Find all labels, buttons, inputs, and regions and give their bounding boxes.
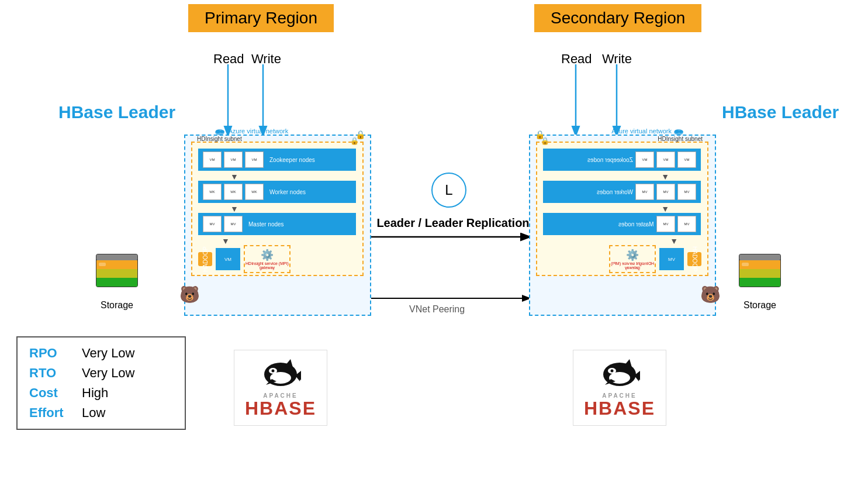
hadoop-bear-left: 🐻 [179,285,200,304]
hbase-logo-left: APACHE HBASE [234,350,327,426]
secondary-hdinsight-lock-icon: 🔒 [541,137,549,145]
zk-node-1: VM [203,151,222,168]
s-down-arrow-2: ▼ [661,204,669,213]
read-label-right: Read [561,51,592,67]
svg-rect-17 [99,263,106,266]
hadoop-icon: HADOOP [198,252,212,266]
secondary-zk-label: Zookeeper nodes [587,157,633,163]
secondary-vnet-label: Azure virtual network [611,128,686,136]
s-ms-node-2: MV [656,216,675,232]
s-edge-node-label: MV [668,257,675,262]
hbase-text-left: HBASE [245,399,316,418]
storage-label-right: Storage [734,300,786,311]
secondary-master-row: MV MV Master nodes [543,213,701,235]
svg-rect-13 [96,254,137,260]
edge-area: HADOOP VM ⚙️ HDInsight service (MPI) gat… [198,245,291,273]
svg-point-7 [216,130,220,133]
s-down-arrow-3: ▼ [670,236,678,246]
s-ms-node-1: MV [677,216,696,232]
primary-hdinsight-box: HDInsight subnet 🔒 VM VM VM Zookeeper no… [191,142,364,276]
secondary-zookeeper-row: VM VM VM Zookeeper nodes [543,149,701,171]
s-edge-node: MV [659,248,684,270]
svg-rect-21 [739,269,780,278]
svg-point-31 [610,370,613,373]
s-wk-node-3: MV [635,184,654,200]
secondary-worker-row: MV MV MV Worker nodes [543,181,701,203]
wk-node-1: WK [203,184,222,200]
svg-rect-16 [96,278,137,287]
rpo-key: RPO [29,346,70,361]
primary-vnet-label: Azure virtual network [215,128,288,136]
hbase-leader-left: HBase Leader [58,102,175,122]
s-zk-node-3: VM [635,151,654,168]
gear-icon: ⚙️ [261,249,274,261]
hbase-leader-right: HBase Leader [722,102,839,122]
s-wk-node-2: MV [656,184,675,200]
primary-cluster-box: Azure virtual network 🔒 HDInsight subnet… [184,135,371,316]
zk-node-2: VM [224,151,243,168]
effort-key: Effort [29,405,70,421]
zk-node-3: VM [245,151,264,168]
hdinsight-subnet-label: HDInsight subnet [197,136,242,142]
ms-node-1: MV [203,216,222,232]
l-circle: L [431,173,466,208]
write-label-left: Write [251,51,281,67]
s-zk-node-2: VM [656,151,675,168]
svg-rect-22 [739,278,780,287]
rto-key: RTO [29,366,70,381]
rto-value: Very Low [82,366,135,381]
svg-rect-15 [96,269,137,278]
hdinsight-lock-icon: 🔒 [350,137,359,145]
metrics-box: RPO Very Low RTO Very Low Cost High Effo… [16,336,186,430]
primary-region-label: Primary Region [205,9,317,27]
ms-node-2: MV [224,216,243,232]
svg-point-11 [679,130,683,133]
read-label-left: Read [213,51,244,67]
effort-row: Effort Low [29,405,173,421]
wk-node-2: WK [224,184,243,200]
primary-region-banner: Primary Region [188,4,334,32]
secondary-worker-label: Worker nodes [597,189,633,195]
worker-row: WK WK WK Worker nodes [198,181,356,203]
s-gear-icon: ⚙️ [626,249,639,261]
s-zk-node-1: VM [677,151,696,168]
rto-row: RTO Very Low [29,366,173,381]
write-label-right: Write [602,51,632,67]
edge-node-label: VM [224,257,231,262]
rpo-row: RPO Very Low [29,346,173,361]
secondary-master-label: Master nodes [618,221,654,228]
s-hadoop-bear: 🐻 [700,285,721,304]
secondary-hdinsight-label: HDInsight subnet [658,136,703,142]
rpo-value: Very Low [82,346,135,361]
secondary-edge-area: HADOOP MV ⚙️ HDInsight service (MPI) gat… [609,245,701,273]
secondary-cluster-box: Azure virtual network 🔒 HDInsight subnet… [529,135,716,316]
down-arrow-2: ▼ [230,204,238,213]
down-arrow-3: ▼ [222,236,230,246]
gateway-label: HDInsight service (MPI) gateway [245,261,289,270]
secondary-hdinsight-box: HDInsight subnet 🔒 VM VM VM Zookeeper no… [536,142,708,276]
apache-hbase-logo-left: APACHE HBASE [245,358,316,418]
s-wk-node-1: MV [677,184,696,200]
cost-value: High [82,385,108,401]
hbase-logo-right: APACHE HBASE [573,350,666,426]
storage-icon-left: Storage [91,243,143,311]
secondary-vnet-text: Azure virtual network [611,128,672,135]
wk-node-3: WK [245,184,264,200]
secondary-region-label: Secondary Region [551,9,685,27]
s-hadoop-icon: HADOOP [687,252,701,266]
vnet-peering-label: VNet Peering [409,304,465,315]
edge-node: VM [216,248,240,270]
storage-icon-right: Storage [734,243,786,311]
down-arrow-1: ▼ [230,172,238,181]
s-gateway-label: HDInsight service (MPI) gateway [610,261,655,270]
svg-rect-19 [739,254,780,260]
svg-point-8 [220,130,224,133]
replication-label: Leader / Leader Replication [371,216,535,230]
storage-label-left: Storage [91,300,143,311]
s-gateway-box: ⚙️ HDInsight service (MPI) gateway [609,245,656,273]
svg-point-10 [675,130,679,133]
s-down-arrow-1: ▼ [661,172,669,181]
hbase-text-right: HBASE [584,399,655,418]
svg-rect-23 [742,263,749,266]
effort-value: Low [82,405,105,421]
